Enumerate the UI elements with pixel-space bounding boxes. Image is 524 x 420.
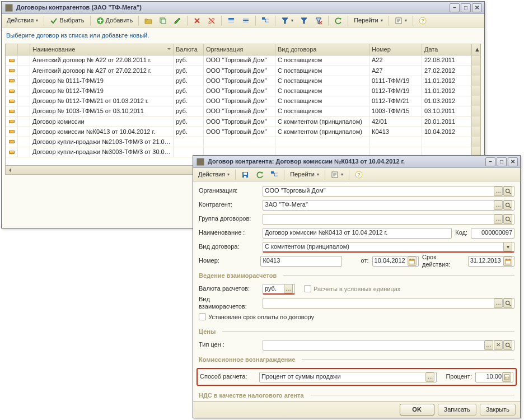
close-button[interactable]: Закрыть [480,404,516,416]
ok-button[interactable]: OK [400,404,434,416]
dlg-close-button[interactable]: ✕ [508,157,518,166]
ellipsis-icon[interactable]: … [494,186,503,196]
calc-icon[interactable] [502,372,511,382]
calendar-icon[interactable] [503,256,512,266]
main-close-button[interactable]: ✕ [472,3,482,12]
sec-settlement: Ведение взаиморасчетов [199,272,277,279]
name-input[interactable]: Договор комиссии №К0413 от 10.04.2012 г. [263,228,452,239]
table-row[interactable]: Агентский договор № А22 от 22.08.2011 г.… [6,55,480,66]
write-button[interactable]: Записать [438,404,476,416]
cell-org: ООО "Торговый Дом" [204,66,275,76]
number-input[interactable]: К0413 [260,256,341,267]
dlg-tree-button[interactable] [268,169,281,180]
grid-body[interactable]: Агентский договор № А22 от 22.08.2011 г.… [6,55,480,165]
goto-menu[interactable]: Перейти▾ [351,15,386,26]
filter-off-button[interactable] [312,15,325,26]
dlg-refresh-button[interactable] [253,169,266,180]
edit-button[interactable] [171,15,184,26]
add-group-button[interactable] [142,15,155,26]
search-icon[interactable] [503,298,512,308]
code-input[interactable]: 000000097 [471,228,514,239]
table-row[interactable]: Договор № 0112-ТФМ/21 от 01.03.2012 г.ру… [6,96,480,106]
ellipsis-icon[interactable]: … [494,200,503,210]
move-item-button[interactable] [239,15,252,26]
type-select[interactable]: С комитентом (принципалом)▾ [263,242,514,253]
settle-type-input[interactable]: … [263,298,514,309]
dlg-maximize-button[interactable]: □ [497,157,507,166]
col-org[interactable]: Организация [204,44,275,55]
help-button[interactable] [416,15,429,26]
calendar-icon[interactable] [408,256,417,266]
date-from-input[interactable]: 10.04.2012 [372,256,419,267]
row-icon [6,117,18,127]
hierarchy-button[interactable] [259,15,272,26]
select-button[interactable]: Выбрать [47,15,87,26]
dlg-goto-menu[interactable]: Перейти▾ [287,169,322,180]
lbl-name: Наименование : [199,229,259,236]
table-row[interactable]: Договор комиссиируб.ООО "Торговый Дом"С … [6,117,480,127]
table-row[interactable]: Договор № 0112-ТФМ/19руб.ООО "Торговый Д… [6,86,480,96]
grid-header[interactable]: Наименование Валюта Организация Вид дого… [6,44,480,55]
table-row[interactable]: Договор купли-продажи №2103-ТФМ/3 от 21.… [6,137,480,147]
ellipsis-icon[interactable]: … [284,284,293,293]
currency-input[interactable]: руб.… [263,284,295,295]
dialog-titlebar[interactable]: Договор контрагента: Договор комиссии №К… [193,156,520,168]
calc-input[interactable]: Процент от суммы продажи… [259,372,437,382]
add-button[interactable]: Добавить [93,15,136,26]
clear-icon[interactable]: ✕ [494,340,503,350]
table-row[interactable]: Договор № 0111-ТФМ/19руб.ООО "Торговый Д… [6,76,480,86]
col-date[interactable]: Дата [422,44,471,55]
lbl-currency: Валюта расчетов: [199,285,259,292]
search-icon[interactable] [503,214,512,224]
chk-conventional[interactable]: Расчеты в условных единицах [304,285,400,293]
ellipsis-icon[interactable]: … [494,214,503,224]
filter-set-button[interactable]: ▾ [278,15,296,26]
refresh-icon [256,171,264,179]
search-icon[interactable] [503,186,512,196]
properties-button[interactable]: ▾ [392,15,410,26]
chk-pay-term[interactable]: Установлен срок оплаты по договору [199,313,314,321]
org-input[interactable]: ООО "Торговый Дом"… [263,186,514,197]
copy-button[interactable] [156,15,170,26]
row-icon [6,137,18,147]
main-maximize-button[interactable]: □ [461,3,471,12]
col-handle[interactable] [6,44,18,55]
date-valid-input[interactable]: 31.12.2013 [468,256,514,267]
refresh-button[interactable] [331,15,345,26]
dlg-minimize-button[interactable]: – [485,157,495,166]
counterparty-input[interactable]: ЗАО "ТФ-Мега"… [263,200,514,211]
main-minimize-button[interactable]: – [450,3,460,12]
cell-currency: руб. [174,96,204,106]
dlg-help-button[interactable] [352,169,366,180]
dlg-save-button[interactable] [238,169,252,180]
filter-value-button[interactable] [297,15,311,26]
dlg-props-button[interactable]: ▾ [328,169,346,180]
table-row[interactable]: Договор № 1003-ТФМ/15 от 03.10.2011руб.О… [6,106,480,116]
search-icon[interactable] [503,340,512,350]
cell-name: Агентский договор № А27 от 27.02.2012 г. [30,66,174,76]
percent-input[interactable]: 10,00 [475,372,513,382]
col-icon[interactable] [18,44,30,55]
disable-edit-button[interactable] [205,15,218,26]
table-row[interactable]: Договор комиссии №К0413 от 10.04.2012 г.… [6,127,480,137]
table-row[interactable]: Агентский договор № А27 от 27.02.2012 г.… [6,66,480,76]
dlg-actions-menu[interactable]: Действия▾ [195,169,232,180]
ellipsis-icon[interactable]: … [494,298,503,308]
col-currency[interactable]: Валюта [174,44,204,55]
cell-type: С поставщиком [275,96,369,106]
move-top-button[interactable] [224,15,238,26]
price-type-input[interactable]: …✕ [263,340,514,351]
col-number[interactable]: Номер [369,44,422,55]
col-type[interactable]: Вид договора [275,44,369,55]
ellipsis-icon[interactable]: … [425,372,434,382]
actions-menu[interactable]: Действия▾ [4,15,41,26]
cell-date: 11.01.2012 [422,86,471,96]
main-titlebar[interactable]: Договоры контрагентов (ЗАО "ТФ-Мега") – … [2,2,484,14]
group-input[interactable]: … [263,214,514,225]
search-icon[interactable] [503,200,512,210]
chevron-down-icon[interactable]: ▾ [503,242,512,251]
ellipsis-icon[interactable]: … [484,340,493,350]
cell-number: 1003-ТФМ/15 [369,106,422,116]
mark-delete-button[interactable] [190,15,204,26]
col-name[interactable]: Наименование [30,44,174,55]
